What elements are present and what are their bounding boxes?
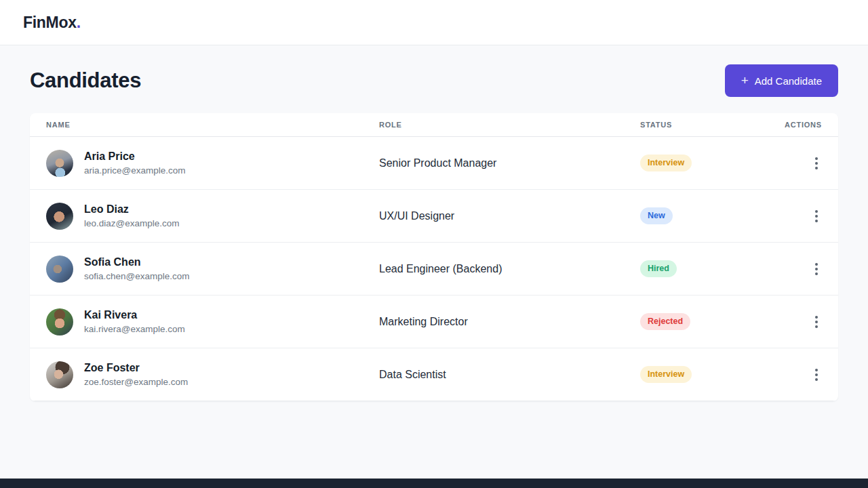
candidate-role: Senior Product Manager bbox=[379, 157, 496, 169]
actions-cell bbox=[782, 313, 838, 331]
table-row: Kai Rivera kai.rivera@example.com Market… bbox=[30, 296, 838, 348]
actions-cell bbox=[782, 366, 838, 384]
role-cell: Senior Product Manager bbox=[363, 157, 624, 169]
status-cell: Interview bbox=[624, 155, 782, 171]
status-cell: Interview bbox=[624, 366, 782, 382]
status-badge: Interview bbox=[640, 366, 692, 382]
brand-logo: FinMox. bbox=[23, 14, 81, 32]
avatar bbox=[46, 256, 73, 283]
table-header-row: NAME ROLE STATUS ACTIONS bbox=[30, 113, 838, 137]
name-cell: Zoe Foster zoe.foster@example.com bbox=[30, 361, 363, 388]
candidate-name: Leo Diaz bbox=[84, 203, 180, 216]
candidate-role: UX/UI Designer bbox=[379, 210, 454, 222]
avatar bbox=[46, 361, 73, 388]
table-body: Aria Price aria.price@example.com Senior… bbox=[30, 137, 838, 401]
kebab-menu-icon[interactable] bbox=[811, 366, 822, 384]
page-title: Candidates bbox=[30, 68, 141, 93]
name-cell: Aria Price aria.price@example.com bbox=[30, 150, 363, 177]
role-cell: Lead Engineer (Backend) bbox=[363, 263, 624, 275]
actions-cell bbox=[782, 155, 838, 172]
page-header: Candidates + Add Candidate bbox=[30, 45, 838, 97]
candidate-name: Aria Price bbox=[84, 150, 186, 163]
kebab-menu-icon[interactable] bbox=[811, 260, 822, 278]
status-cell: Hired bbox=[624, 260, 782, 277]
plus-icon: + bbox=[741, 74, 749, 87]
kebab-menu-icon[interactable] bbox=[811, 207, 822, 225]
column-header-actions: ACTIONS bbox=[782, 121, 838, 129]
avatar bbox=[46, 203, 73, 230]
name-cell: Kai Rivera kai.rivera@example.com bbox=[30, 308, 363, 336]
name-cell: Leo Diaz leo.diaz@example.com bbox=[30, 203, 363, 230]
candidate-email: zoe.foster@example.com bbox=[84, 377, 188, 387]
brand-dot: . bbox=[77, 14, 81, 31]
avatar bbox=[46, 308, 73, 336]
candidate-email: aria.price@example.com bbox=[84, 165, 186, 176]
candidate-email: leo.diaz@example.com bbox=[84, 218, 180, 228]
column-header-status: STATUS bbox=[624, 121, 782, 129]
table-row: Sofia Chen sofia.chen@example.com Lead E… bbox=[30, 243, 838, 296]
bottom-bar bbox=[0, 479, 868, 488]
status-badge: Interview bbox=[640, 155, 692, 171]
candidate-name: Zoe Foster bbox=[84, 362, 188, 374]
table-row: Zoe Foster zoe.foster@example.com Data S… bbox=[30, 348, 838, 401]
status-badge: Rejected bbox=[640, 313, 690, 329]
name-cell: Sofia Chen sofia.chen@example.com bbox=[30, 256, 363, 283]
add-candidate-button[interactable]: + Add Candidate bbox=[725, 64, 838, 97]
role-cell: Data Scientist bbox=[363, 369, 624, 381]
avatar bbox=[46, 150, 73, 177]
role-cell: UX/UI Designer bbox=[363, 210, 624, 222]
actions-cell bbox=[782, 207, 838, 225]
status-badge: Hired bbox=[640, 260, 677, 277]
kebab-menu-icon[interactable] bbox=[811, 155, 822, 172]
column-header-role: ROLE bbox=[363, 121, 624, 129]
candidate-role: Marketing Director bbox=[379, 316, 468, 327]
candidate-role: Data Scientist bbox=[379, 369, 446, 380]
main-content: Candidates + Add Candidate NAME ROLE STA… bbox=[0, 45, 868, 401]
status-cell: New bbox=[624, 207, 782, 224]
kebab-menu-icon[interactable] bbox=[811, 313, 822, 331]
candidate-email: kai.rivera@example.com bbox=[84, 324, 185, 334]
table-row: Aria Price aria.price@example.com Senior… bbox=[30, 137, 838, 190]
candidate-name: Sofia Chen bbox=[84, 256, 190, 268]
column-header-name: NAME bbox=[30, 121, 363, 129]
actions-cell bbox=[782, 260, 838, 278]
candidates-table: NAME ROLE STATUS ACTIONS Aria Price aria… bbox=[30, 113, 838, 401]
table-row: Leo Diaz leo.diaz@example.com UX/UI Desi… bbox=[30, 190, 838, 243]
candidate-role: Lead Engineer (Backend) bbox=[379, 263, 502, 274]
role-cell: Marketing Director bbox=[363, 316, 624, 328]
add-candidate-button-label: Add Candidate bbox=[755, 75, 822, 87]
candidate-name: Kai Rivera bbox=[84, 309, 185, 321]
status-badge: New bbox=[640, 207, 673, 224]
candidate-email: sofia.chen@example.com bbox=[84, 271, 190, 281]
top-bar: FinMox. bbox=[0, 0, 868, 45]
status-cell: Rejected bbox=[624, 313, 782, 329]
